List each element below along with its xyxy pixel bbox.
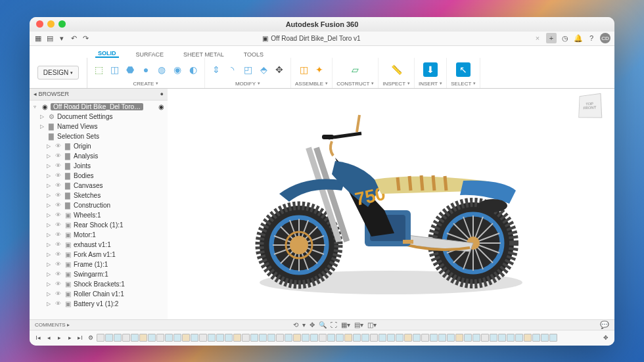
- redo-icon[interactable]: ↷: [81, 34, 90, 43]
- workspace-switcher[interactable]: DESIGN▾: [30, 58, 87, 88]
- timeline-feature[interactable]: [490, 334, 497, 342]
- timeline-feature[interactable]: [242, 334, 250, 342]
- visibility-icon[interactable]: 👁: [54, 201, 62, 209]
- timeline-feature[interactable]: [532, 334, 540, 342]
- inspect-label[interactable]: INSPECT: [382, 81, 410, 87]
- timeline-feature[interactable]: [302, 334, 310, 342]
- tree-row[interactable]: ▷👁▣Motor:1: [30, 230, 168, 240]
- visibility-icon[interactable]: 👁: [54, 191, 62, 199]
- modify-label[interactable]: MODIFY: [235, 81, 260, 87]
- comment-icon[interactable]: 💬: [600, 321, 609, 329]
- cylinder-icon[interactable]: ⬣: [123, 62, 137, 77]
- tab-solid[interactable]: SOLID: [95, 50, 119, 58]
- new-sketch-icon[interactable]: ⬚: [91, 62, 106, 77]
- extensions-icon[interactable]: ◷: [561, 34, 570, 43]
- expand-icon[interactable]: ▷: [47, 173, 52, 179]
- torus-icon[interactable]: ◍: [154, 62, 169, 77]
- expand-icon[interactable]: ▷: [40, 124, 45, 129]
- canvas-viewport[interactable]: TOP FRONT: [168, 89, 614, 319]
- close-tab-icon[interactable]: ×: [533, 34, 542, 43]
- tree-row[interactable]: ▷👁▣Frame (1):1: [30, 260, 168, 269]
- visibility-icon[interactable]: 👁: [54, 290, 62, 298]
- orbit-icon[interactable]: ⟲: [293, 321, 298, 328]
- pipe-icon[interactable]: ◐: [186, 62, 200, 77]
- pan-icon[interactable]: ✥: [310, 321, 315, 328]
- visibility-icon[interactable]: 👁: [54, 142, 62, 150]
- move-icon[interactable]: ✥: [272, 62, 287, 77]
- timeline-feature[interactable]: [541, 334, 549, 342]
- tree-row[interactable]: ▷👁▣Roller Chain v1:1: [30, 289, 168, 299]
- user-avatar[interactable]: CD: [600, 33, 610, 43]
- timeline-feature[interactable]: [327, 334, 335, 342]
- timeline-feature[interactable]: [105, 334, 113, 342]
- viewcube[interactable]: TOP FRONT: [578, 94, 607, 123]
- construct-label[interactable]: CONSTRUCT: [336, 81, 374, 87]
- timeline-feature[interactable]: [507, 334, 515, 342]
- zoom-icon[interactable]: 🔍: [319, 321, 327, 328]
- timeline-feature[interactable]: [267, 334, 275, 342]
- maximize-window-button[interactable]: [58, 20, 66, 28]
- model-dirt-bike[interactable]: 750: [233, 102, 549, 305]
- combine-icon[interactable]: ⬘: [256, 62, 271, 77]
- expand-icon[interactable]: ▷: [47, 261, 52, 267]
- timeline-feature[interactable]: [148, 334, 156, 342]
- timeline-feature[interactable]: [165, 334, 173, 342]
- tree-row[interactable]: ▷👁▣Battery v1 (1):2: [30, 299, 168, 309]
- timeline-feature[interactable]: [276, 334, 284, 342]
- look-icon[interactable]: ▾: [302, 321, 306, 328]
- grid-icon[interactable]: ▤▾: [354, 321, 363, 328]
- timeline-play-icon[interactable]: ▸: [55, 333, 64, 342]
- undo-icon[interactable]: ↶: [69, 34, 78, 43]
- data-panel-icon[interactable]: ▦: [34, 34, 43, 43]
- timeline-feature[interactable]: [191, 334, 198, 342]
- save-icon[interactable]: ▾: [57, 34, 66, 43]
- timeline-feature[interactable]: [259, 334, 267, 342]
- insert-label[interactable]: INSERT: [419, 81, 442, 87]
- expand-icon[interactable]: ▷: [47, 291, 52, 297]
- joint-icon[interactable]: ✦: [312, 62, 327, 77]
- timeline-feature[interactable]: [233, 334, 241, 342]
- timeline-feature[interactable]: [310, 334, 318, 342]
- display-icon[interactable]: ▦▾: [341, 321, 350, 328]
- timeline-feature[interactable]: [481, 334, 489, 342]
- timeline-feature[interactable]: [430, 334, 438, 342]
- close-window-button[interactable]: [36, 20, 43, 28]
- coil-icon[interactable]: ◉: [170, 62, 185, 77]
- timeline-feature[interactable]: [156, 334, 164, 342]
- fillet-icon[interactable]: ◝: [225, 62, 239, 77]
- sphere-icon[interactable]: ●: [139, 62, 153, 77]
- timeline-feature[interactable]: [498, 334, 506, 342]
- timeline-settings-icon[interactable]: ⚙: [86, 333, 95, 342]
- timeline-feature[interactable]: [199, 334, 207, 342]
- expand-icon[interactable]: ▷: [47, 192, 52, 198]
- timeline-feature[interactable]: [379, 334, 386, 342]
- expand-icon[interactable]: ▷: [47, 232, 52, 238]
- timeline-feature[interactable]: [131, 334, 139, 342]
- timeline-feature[interactable]: [396, 334, 403, 342]
- visibility-icon[interactable]: 👁: [54, 270, 62, 278]
- tree-row[interactable]: ▷👁▣Shock Brackets:1: [30, 279, 168, 289]
- minimize-window-button[interactable]: [47, 20, 55, 28]
- expand-icon[interactable]: ▷: [40, 114, 45, 120]
- tree-row[interactable]: ▷👁▣Wheels:1: [30, 210, 168, 220]
- timeline-feature[interactable]: [250, 334, 258, 342]
- tree-row[interactable]: ▇Selection Sets: [30, 131, 168, 141]
- visibility-icon[interactable]: 👁: [54, 162, 62, 170]
- visibility-icon[interactable]: 👁: [54, 250, 62, 258]
- tree-row[interactable]: ▷👁▇Joints: [30, 161, 168, 171]
- timeline-feature[interactable]: [97, 334, 104, 342]
- expand-icon[interactable]: ▿: [34, 104, 39, 110]
- measure-icon[interactable]: 📏: [389, 62, 403, 77]
- timeline-feature[interactable]: [225, 334, 233, 342]
- tree-row[interactable]: ▷👁▣Rear Shock (1):1: [30, 220, 168, 230]
- expand-icon[interactable]: ▷: [47, 242, 52, 248]
- timeline-feature[interactable]: [524, 334, 532, 342]
- visibility-icon[interactable]: 👁: [54, 221, 62, 229]
- browser-settings-icon[interactable]: ●: [160, 91, 164, 97]
- new-component-icon[interactable]: ◫: [296, 62, 311, 77]
- tree-root[interactable]: ▿ ◉ Off Road Dirt Bike_Del Toro… ◉: [30, 102, 168, 112]
- tab-sheet-metal[interactable]: SHEET METAL: [181, 51, 227, 58]
- tree-row[interactable]: ▷👁▇Analysis: [30, 151, 168, 161]
- assemble-label[interactable]: ASSEMBLE: [295, 81, 328, 87]
- tree-row[interactable]: ▷⚙Document Settings: [30, 112, 168, 122]
